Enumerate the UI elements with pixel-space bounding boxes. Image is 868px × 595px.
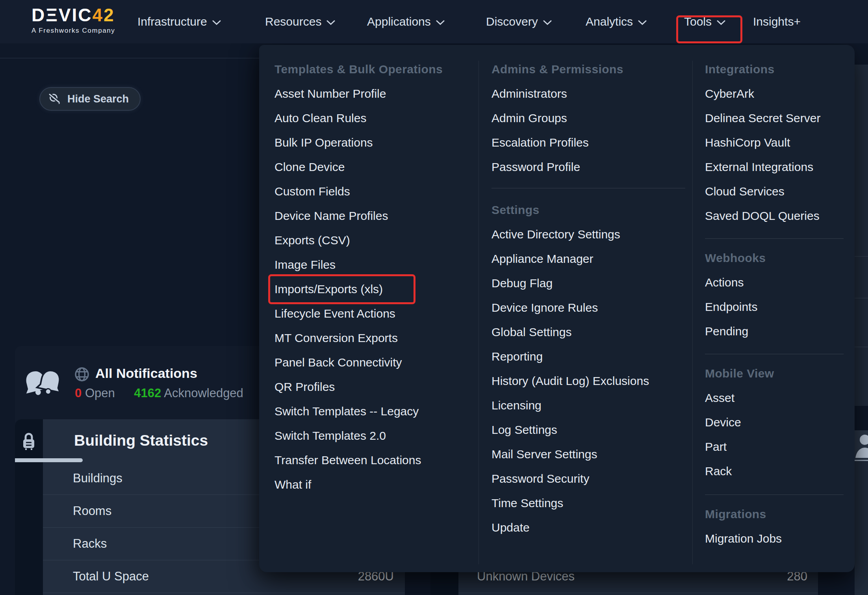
- nav-discovery[interactable]: Discovery: [486, 0, 552, 43]
- section-header: Mobile View: [705, 361, 844, 386]
- hide-search-button[interactable]: Hide Search: [39, 87, 141, 111]
- menu-item-custom-fields[interactable]: Custom Fields: [274, 179, 464, 204]
- chevron-down-icon: [212, 20, 221, 25]
- menu-item-cloud-services[interactable]: Cloud Services: [705, 179, 844, 204]
- menu-item-panel-back-connectivity[interactable]: Panel Back Connectivity: [274, 350, 464, 375]
- menu-item-hashicorp-vault[interactable]: HashiCorp Vault: [705, 130, 844, 155]
- section-divider: [705, 238, 844, 239]
- column-divider: [479, 61, 479, 564]
- menu-item-active-directory-settings[interactable]: Active Directory Settings: [491, 222, 685, 247]
- left-panel-top-edge: [0, 58, 259, 58]
- open-count: 0: [75, 386, 82, 400]
- nav-analytics[interactable]: Analytics: [586, 0, 647, 43]
- menu-item-external-integrations[interactable]: External Integrations: [705, 155, 844, 179]
- section-divider: [705, 354, 844, 354]
- chevron-down-icon: [436, 20, 445, 25]
- menu-item-delinea-secret-server[interactable]: Delinea Secret Server: [705, 106, 844, 130]
- menu-column-templates: Templates & Bulk Operations Asset Number…: [274, 45, 464, 497]
- menu-item-mobile-asset[interactable]: Asset: [705, 386, 844, 410]
- section-header: Settings: [491, 198, 685, 222]
- menu-item-time-settings[interactable]: Time Settings: [491, 491, 685, 515]
- menu-item-qr-profiles[interactable]: QR Profiles: [274, 375, 464, 399]
- person-icon: [855, 432, 868, 459]
- menu-item-endpoints[interactable]: Endpoints: [705, 295, 844, 319]
- menu-item-device-ignore-rules[interactable]: Device Ignore Rules: [491, 296, 685, 320]
- menu-item-global-settings[interactable]: Global Settings: [491, 320, 685, 344]
- section-divider: [705, 495, 844, 495]
- menu-item-appliance-manager[interactable]: Appliance Manager: [491, 247, 685, 271]
- menu-item-mail-server-settings[interactable]: Mail Server Settings: [491, 442, 685, 467]
- support-agent-button[interactable]: [855, 430, 868, 461]
- menu-item-auto-clean-rules[interactable]: Auto Clean Rules: [274, 106, 464, 130]
- row-label-rooms[interactable]: Rooms: [73, 504, 111, 518]
- nav-resources[interactable]: Resources: [265, 0, 335, 43]
- menu-item-mt-conversion-exports[interactable]: MT Conversion Exports: [274, 326, 464, 350]
- menu-item-mobile-device[interactable]: Device: [705, 410, 844, 435]
- menu-item-mobile-part[interactable]: Part: [705, 435, 844, 459]
- menu-item-bulk-ip-operations[interactable]: Bulk IP Operations: [274, 130, 464, 155]
- menu-item-migration-jobs[interactable]: Migration Jobs: [705, 526, 844, 551]
- nav-infrastructure[interactable]: Infrastructure: [137, 0, 221, 43]
- divider: [855, 256, 868, 257]
- section-header: Migrations: [705, 502, 844, 526]
- menu-item-actions[interactable]: Actions: [705, 270, 844, 295]
- menu-item-lifecycle-event-actions[interactable]: Lifecycle Event Actions: [274, 301, 464, 326]
- logo-wordmark: DΞVIC42: [32, 6, 115, 24]
- menu-item-saved-doql-queries[interactable]: Saved DOQL Queries: [705, 204, 844, 228]
- hide-search-label: Hide Search: [67, 93, 129, 105]
- section-header: Templates & Bulk Operations: [274, 57, 464, 82]
- menu-item-clone-device[interactable]: Clone Device: [274, 155, 464, 179]
- nav-applications[interactable]: Applications: [367, 0, 445, 43]
- menu-item-administrators[interactable]: Administrators: [491, 82, 685, 106]
- all-notifications-link[interactable]: All Notifications: [95, 366, 197, 381]
- menu-item-cyberark[interactable]: CyberArk: [705, 82, 844, 106]
- menu-item-switch-templates-20[interactable]: Switch Templates 2.0: [274, 424, 464, 448]
- divider: [855, 298, 868, 298]
- section-divider: [491, 188, 685, 188]
- menu-item-licensing[interactable]: Licensing: [491, 393, 685, 418]
- row-label-racks[interactable]: Racks: [73, 537, 107, 551]
- menu-item-exports-csv[interactable]: Exports (CSV): [274, 228, 464, 253]
- menu-item-log-settings[interactable]: Log Settings: [491, 418, 685, 442]
- chevron-down-icon: [326, 20, 335, 25]
- notification-counts: 0 Open 4162 Acknowledged: [75, 386, 243, 400]
- menu-item-password-profile[interactable]: Password Profile: [491, 155, 685, 179]
- acknowledged-count: 4162: [134, 386, 161, 400]
- menu-item-switch-templates-legacy[interactable]: Switch Templates -- Legacy: [274, 399, 464, 424]
- menu-item-pending[interactable]: Pending: [705, 319, 844, 344]
- menu-column-admins-settings: Admins & Permissions Administrators Admi…: [491, 45, 685, 540]
- menu-item-transfer-between-locations[interactable]: Transfer Between Locations: [274, 448, 464, 472]
- row-label-buildings[interactable]: Buildings: [73, 471, 122, 485]
- nav-insights-plus[interactable]: Insights+: [753, 0, 801, 43]
- section-header: Integrations: [705, 57, 844, 82]
- menu-item-device-name-profiles[interactable]: Device Name Profiles: [274, 204, 464, 228]
- menu-item-reporting[interactable]: Reporting: [491, 344, 685, 369]
- nav-tools[interactable]: Tools: [684, 0, 725, 43]
- chevron-down-icon: [543, 20, 552, 25]
- menu-item-escalation-profiles[interactable]: Escalation Profiles: [491, 130, 685, 155]
- menu-item-debug-flag[interactable]: Debug Flag: [491, 271, 685, 296]
- device42-app-screen: Hide Search All Notifications 0 Open 416…: [0, 0, 868, 595]
- tools-dropdown-menu: Templates & Bulk Operations Asset Number…: [259, 45, 855, 572]
- right-page-sliver: [855, 65, 868, 595]
- menu-item-asset-number-profile[interactable]: Asset Number Profile: [274, 82, 464, 106]
- bell-icon: [20, 366, 68, 403]
- menu-item-image-files[interactable]: Image Files: [274, 253, 464, 277]
- menu-item-what-if[interactable]: What if: [274, 472, 464, 497]
- menu-item-mobile-rack[interactable]: Rack: [705, 459, 844, 483]
- title-accent-bar: [15, 458, 83, 462]
- lock-icon: [21, 431, 37, 452]
- globe-icon: [74, 366, 90, 382]
- building-statistics-title: Building Statistics: [74, 432, 208, 449]
- menu-column-integrations: Integrations CyberArk Delinea Secret Ser…: [705, 45, 844, 551]
- menu-item-password-security[interactable]: Password Security: [491, 467, 685, 491]
- menu-item-admin-groups[interactable]: Admin Groups: [491, 106, 685, 130]
- panel-gap: [855, 406, 868, 430]
- menu-item-history-audit-log-exclusions[interactable]: History (Audit Log) Exclusions: [491, 369, 685, 393]
- menu-item-imports-exports-xls[interactable]: Imports/Exports (xls): [274, 277, 464, 301]
- menu-item-update[interactable]: Update: [491, 515, 685, 540]
- divider: [855, 347, 868, 347]
- device42-logo[interactable]: DΞVIC42 A Freshworks Company: [32, 6, 115, 35]
- acknowledged-label: Acknowledged: [164, 386, 243, 400]
- row-label-total-u-space[interactable]: Total U Space: [73, 569, 149, 584]
